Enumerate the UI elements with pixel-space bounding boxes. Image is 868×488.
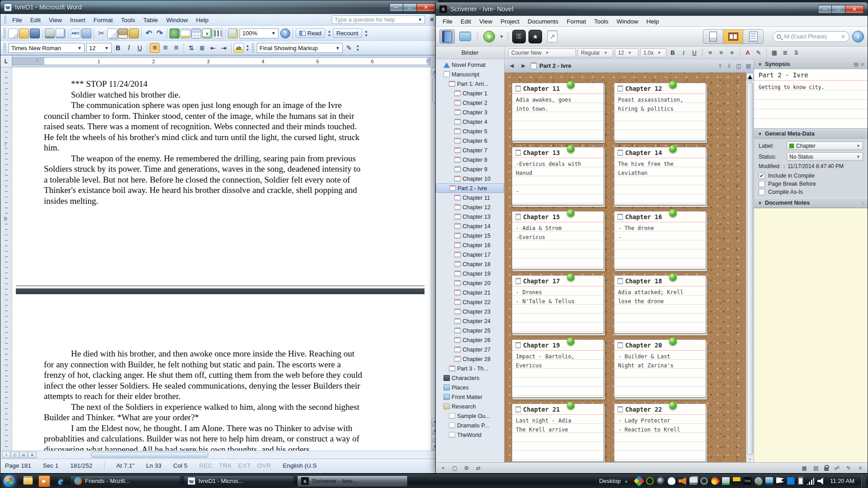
synopsis-header[interactable]: ▼ Synopsis ▤ ≡ <box>754 59 868 69</box>
index-card-synopsis[interactable]: Adia awakes, goes into town. <box>512 94 604 141</box>
footnote-icon[interactable]: n <box>857 465 864 472</box>
webcam-tray-icon[interactable] <box>700 477 708 485</box>
insert-table-icon[interactable] <box>191 28 201 38</box>
navigate-up-icon[interactable]: ⇧ <box>718 63 722 69</box>
synopsis-card-view-icon[interactable]: ▤ <box>854 61 858 67</box>
name-generator-button[interactable]: ⚿ <box>512 30 526 43</box>
align-left-button[interactable]: ≡ <box>706 48 715 57</box>
binder-item[interactable]: Part 1: Arri... <box>436 79 504 89</box>
word-menu-item[interactable]: Format <box>90 15 117 25</box>
speaker-tray-icon[interactable] <box>679 477 686 485</box>
binder-item[interactable]: Chapter 18 <box>436 259 504 269</box>
show-desktop-button[interactable] <box>861 474 866 488</box>
binder-item[interactable]: Chapter 15 <box>436 231 504 240</box>
compile-option-row[interactable]: ✔ Include in Compile <box>759 172 863 180</box>
binder-item[interactable]: Chapter 21 <box>436 288 504 297</box>
scrollbar-thumb[interactable] <box>91 452 208 458</box>
insert-excel-icon[interactable] <box>202 28 212 38</box>
font-name-combo[interactable]: Times New Roman▼ <box>9 43 85 53</box>
index-card[interactable]: Chapter 17 - Drones - N'Talle & Tellus <box>512 275 604 333</box>
character-format-button[interactable]: a̅ <box>792 48 801 57</box>
binder-item[interactable]: Chapter 3 <box>436 108 504 117</box>
scrivener-titlebar[interactable]: S Scrivener - Ivre- Novel ─ □ ✕ <box>436 2 868 16</box>
corkboard-view-button[interactable] <box>723 30 743 43</box>
binder-item[interactable]: Chapter 5 <box>436 127 504 136</box>
toolbar-separator[interactable] <box>94 28 94 38</box>
index-card[interactable]: Chapter 21 Last night - Adia The Krell a… <box>512 404 604 462</box>
new-document-icon[interactable] <box>8 28 18 38</box>
corkboard[interactable]: Chapter 11 Adia awakes, goes into town. … <box>505 73 754 462</box>
align-right-button[interactable]: ≡ <box>727 48 736 57</box>
highlighter-button[interactable]: ✎ <box>754 48 763 57</box>
add-folder-button[interactable]: ▢ <box>451 465 458 472</box>
synopsis-text[interactable]: Getting to know city. <box>754 81 868 129</box>
add-item-button[interactable]: + <box>481 29 497 44</box>
scrivener-menu-item[interactable]: Window <box>613 17 642 26</box>
toolbar-overflow-chevron[interactable]: ▲▼ <box>364 26 369 41</box>
corkboard-scrollbar[interactable]: ▲ ≡ <box>746 73 754 462</box>
minimize-button[interactable]: ─ <box>818 5 831 14</box>
index-card-synopsis[interactable]: Last night - Adia The Krell arrive <box>512 415 604 462</box>
binder-item[interactable]: Research <box>436 402 504 411</box>
binder-item[interactable]: Chapter 6 <box>436 136 504 145</box>
index-card[interactable]: Chapter 16 - The drone - <box>614 211 706 269</box>
word-menu-item[interactable]: Tools <box>117 15 140 25</box>
media-player-taskbar-icon[interactable]: ▶ <box>38 475 50 487</box>
toolbar-overflow-chevron[interactable]: ▲▼ <box>327 26 332 41</box>
columns-icon[interactable] <box>213 28 223 38</box>
status-mode-toggle[interactable]: EXT <box>238 462 251 469</box>
index-card-synopsis[interactable]: Adia attacked; Krell lose the drone <box>614 286 706 333</box>
binder-item[interactable]: Places <box>436 383 504 392</box>
index-card[interactable]: Chapter 18 Adia attacked; Krell lose the… <box>614 275 706 333</box>
document-view-button[interactable] <box>703 30 723 43</box>
paragraph[interactable]: The next of the Soldiers in experience w… <box>44 402 363 423</box>
align-center-button[interactable] <box>160 43 170 53</box>
general-meta-data-header[interactable]: ▼ General Meta-Data <box>754 129 868 139</box>
index-card-synopsis[interactable]: - Lady Protector - Reaction to Krell <box>614 415 706 462</box>
maximize-button[interactable]: □ <box>831 5 845 14</box>
index-card-synopsis[interactable]: - Adia & Strom -Evericus <box>512 222 604 269</box>
index-card-synopsis[interactable]: - Builder & Last Night at Zarina's <box>614 351 706 398</box>
forward-icon[interactable]: ▶ <box>519 61 528 70</box>
index-card[interactable]: Chapter 13 -Evericus deals with Hanud - <box>512 147 604 205</box>
binder-item[interactable]: Chapter 22 <box>436 297 504 307</box>
download-tray-icon[interactable] <box>765 477 773 485</box>
binder-item[interactable]: Chapter 7 <box>436 145 504 155</box>
index-card[interactable]: Chapter 19 Impact - Bartolio, Evericus <box>512 339 604 398</box>
index-card-title-row[interactable]: Chapter 22 <box>614 404 706 415</box>
back-icon[interactable]: ◀ <box>507 61 516 70</box>
scrivener-menu-item[interactable]: Help <box>642 17 663 26</box>
toolbar-grip[interactable] <box>252 43 254 53</box>
cut-icon[interactable] <box>96 28 106 38</box>
align-center-button[interactable]: ≡ <box>717 48 726 57</box>
project-search-input[interactable]: All (Exact Phrase) ✕ <box>773 31 849 42</box>
recount-button[interactable]: Recount <box>333 28 362 38</box>
binder-panel[interactable]: Novel Format Manuscript Part 1: Arri... <box>436 59 505 462</box>
avg-tray-icon[interactable] <box>634 475 645 486</box>
index-card-title-row[interactable]: Chapter 21 <box>512 404 604 415</box>
document-text-page1[interactable]: *** STOP 11/24/2014Soldier watched his b… <box>44 79 363 206</box>
chevron-down-icon[interactable]: ▼ <box>271 31 276 36</box>
document-page[interactable]: *** STOP 11/24/2014Soldier watched his b… <box>12 67 431 450</box>
normal-view-button[interactable]: ≡ <box>2 452 10 458</box>
toolbar-grip[interactable] <box>4 16 6 24</box>
index-card-title-row[interactable]: Chapter 17 <box>512 276 604 286</box>
document-map-icon[interactable] <box>228 28 238 38</box>
vertical-ruler[interactable]: 7 8 <box>0 67 12 450</box>
redo-icon[interactable] <box>155 28 165 38</box>
minimize-button[interactable]: ─ <box>389 3 403 12</box>
volume-tray-icon[interactable] <box>817 477 825 485</box>
index-card[interactable]: Chapter 20 - Builder & Last Night at Zar… <box>614 339 706 398</box>
add-item-dropdown[interactable]: ▼ <box>500 34 504 39</box>
line-spacing-combo[interactable]: 1.0x▼ <box>640 48 666 57</box>
binder-item[interactable]: TheWorld <box>436 430 504 440</box>
notes-switch-icon[interactable]: ↕ <box>862 201 864 206</box>
checkbox[interactable]: ✔ <box>759 173 765 179</box>
justify-button[interactable] <box>171 43 181 53</box>
toolbar-grip[interactable] <box>4 28 6 38</box>
taskbar-clock[interactable]: 11:20 AM <box>830 478 854 484</box>
index-card-title-row[interactable]: Chapter 15 <box>512 211 604 222</box>
label-dropdown[interactable]: Chapter ▼ <box>787 141 863 150</box>
binder-item[interactable]: Chapter 2 <box>436 98 504 108</box>
compile-option-row[interactable]: Page Break Before <box>759 180 863 188</box>
